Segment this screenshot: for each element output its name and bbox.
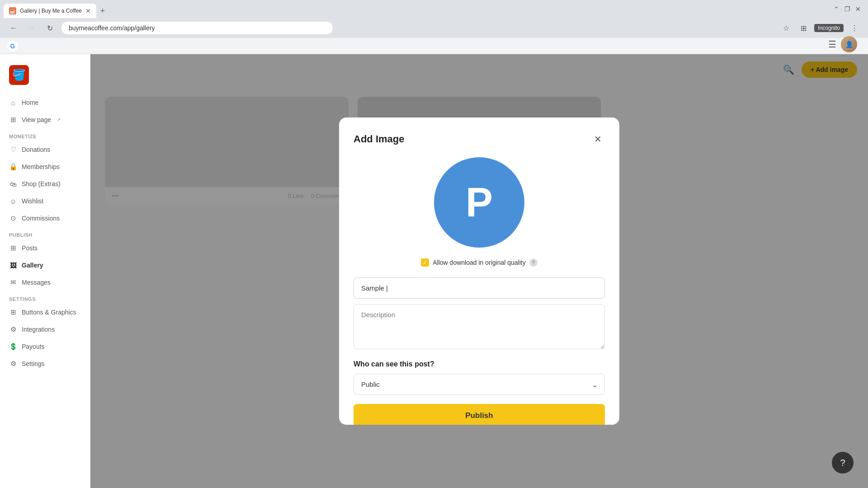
modal-header: Add Image ✕ <box>354 132 605 146</box>
google-apps-icon[interactable]: G <box>7 41 18 52</box>
refresh-button[interactable]: ↻ <box>43 22 56 34</box>
home-icon: ⌂ <box>9 99 17 107</box>
sidebar-item-wishlist[interactable]: ☺ Wishlist <box>0 192 90 210</box>
visibility-select-wrapper: Public Members only Private ⌄ <box>354 374 605 395</box>
sidebar-shop-label: Shop (Extras) <box>22 180 61 188</box>
monetize-section-label: MONETIZE <box>0 128 90 141</box>
messages-icon: ✉ <box>9 278 17 286</box>
gallery-icon: 🖼 <box>9 261 17 269</box>
tab-title: Gallery | Buy Me a Coffee <box>20 8 82 14</box>
sidebar-item-shop[interactable]: 🛍 Shop (Extras) <box>0 175 90 192</box>
sidebar-item-memberships[interactable]: 🔒 Memberships <box>0 158 90 175</box>
sidebar-item-gallery[interactable]: 🖼 Gallery <box>0 257 90 274</box>
sidebar-item-integrations[interactable]: ⚙ Integrations <box>0 321 90 338</box>
posts-icon: ⊞ <box>9 244 17 252</box>
sidebar-settings-label: Settings <box>22 360 45 367</box>
allow-download-checkbox[interactable]: ✓ <box>421 258 429 267</box>
back-button[interactable]: ← <box>7 22 20 34</box>
image-preview-circle: P <box>434 157 524 248</box>
external-link-icon: ↗ <box>57 117 61 123</box>
sidebar-posts-label: Posts <box>22 244 38 252</box>
allow-download-row: ✓ Allow download in original quality ? <box>354 258 605 267</box>
sidebar-memberships-label: Memberships <box>22 163 60 170</box>
sidebar-logo[interactable]: 🪣 <box>0 61 90 94</box>
modal-title: Add Image <box>354 133 404 145</box>
sidebar: 🪣 ⌂ Home ⊞ View page ↗ MONETIZE ♡ Donati… <box>0 54 90 488</box>
modal-overlay[interactable]: Add Image ✕ P ✓ Allow download in origin… <box>90 54 868 488</box>
settings-icon: ⚙ <box>9 360 17 368</box>
sidebar-home-label: Home <box>22 99 38 106</box>
sidebar-item-buttons-graphics[interactable]: ⊞ Buttons & Graphics <box>0 304 90 321</box>
sidebar-integrations-label: Integrations <box>22 326 55 333</box>
commissions-icon: ⊙ <box>9 214 17 222</box>
sidebar-item-payouts[interactable]: 💲 Payouts <box>0 338 90 355</box>
extension-button[interactable]: ⊞ <box>797 22 810 34</box>
help-question-mark: ? <box>840 458 845 468</box>
address-bar-input[interactable] <box>61 22 333 34</box>
minimize-button[interactable]: ⌃ <box>832 5 841 14</box>
tab-favicon: ☕ <box>9 7 16 14</box>
visibility-select[interactable]: Public Members only Private <box>354 374 605 395</box>
browser-tab[interactable]: ☕ Gallery | Buy Me a Coffee ✕ <box>4 4 96 18</box>
close-window-button[interactable]: ✕ <box>854 5 863 14</box>
bookmark-button[interactable]: ☆ <box>780 22 793 34</box>
buttons-graphics-icon: ⊞ <box>9 308 17 316</box>
more-browser-options[interactable]: ⋮ <box>848 22 861 34</box>
sidebar-gallery-label: Gallery <box>22 262 43 269</box>
integrations-icon: ⚙ <box>9 325 17 333</box>
publish-button[interactable]: Publish <box>354 404 605 425</box>
sidebar-commissions-label: Commissions <box>22 215 60 222</box>
tab-close-button[interactable]: ✕ <box>85 7 91 14</box>
sidebar-payouts-label: Payouts <box>22 343 45 350</box>
modal-close-button[interactable]: ✕ <box>590 132 605 146</box>
main-content: 🔍 + Add image ☰ 👤 ••• 0 Like 0 Comment <box>90 54 868 488</box>
help-tooltip-icon[interactable]: ? <box>529 258 538 267</box>
sidebar-item-settings[interactable]: ⚙ Settings <box>0 355 90 372</box>
view-page-icon: ⊞ <box>9 116 17 124</box>
incognito-label: Incognito <box>814 24 844 32</box>
sidebar-wishlist-label: Wishlist <box>22 197 43 205</box>
forward-button[interactable]: → <box>25 22 38 34</box>
sidebar-item-posts[interactable]: ⊞ Posts <box>0 239 90 257</box>
sidebar-donations-label: Donations <box>22 146 50 153</box>
preview-p-letter: P <box>466 182 493 223</box>
sidebar-item-home[interactable]: ⌂ Home <box>0 94 90 111</box>
settings-section-label: SETTINGS <box>0 291 90 304</box>
sidebar-item-view-page[interactable]: ⊞ View page ↗ <box>0 111 90 128</box>
donations-icon: ♡ <box>9 145 17 154</box>
payouts-icon: 💲 <box>9 343 17 351</box>
sidebar-item-messages[interactable]: ✉ Messages <box>0 274 90 291</box>
memberships-icon: 🔒 <box>9 163 17 171</box>
who-can-see-label: Who can see this post? <box>354 360 605 368</box>
help-fab-button[interactable]: ? <box>832 452 854 474</box>
add-image-modal: Add Image ✕ P ✓ Allow download in origin… <box>339 117 619 425</box>
image-description-textarea[interactable] <box>354 304 605 349</box>
wishlist-icon: ☺ <box>9 197 17 205</box>
publish-section-label: PUBLISH <box>0 227 90 239</box>
sidebar-buttons-label: Buttons & Graphics <box>22 309 76 316</box>
sidebar-view-page-label: View page <box>22 116 51 123</box>
sidebar-item-commissions[interactable]: ⊙ Commissions <box>0 210 90 227</box>
allow-download-label: Allow download in original quality <box>433 259 525 266</box>
sidebar-messages-label: Messages <box>22 279 51 286</box>
logo-icon: 🪣 <box>9 65 29 85</box>
sidebar-item-donations[interactable]: ♡ Donations <box>0 141 90 158</box>
new-tab-button[interactable]: + <box>96 5 109 17</box>
shop-icon: 🛍 <box>9 180 17 188</box>
image-title-input[interactable] <box>354 277 605 299</box>
restore-button[interactable]: ❐ <box>843 5 852 14</box>
